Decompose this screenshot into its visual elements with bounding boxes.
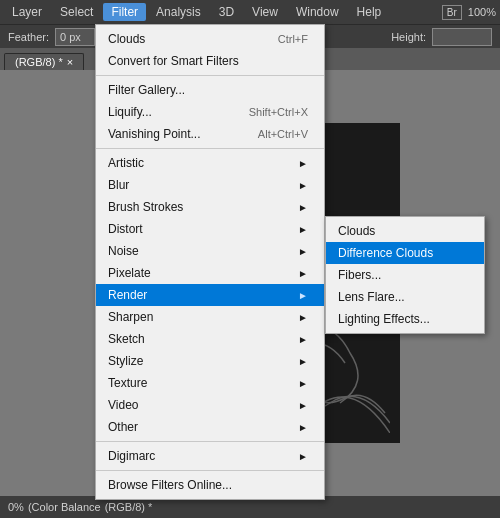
sharpen-arrow-icon: ► bbox=[298, 312, 308, 323]
tab-label: (RGB/8) * bbox=[15, 56, 63, 68]
filter-clouds-top-shortcut: Ctrl+F bbox=[278, 33, 308, 45]
filter-blur-label: Blur bbox=[108, 178, 129, 192]
blur-arrow-icon: ► bbox=[298, 180, 308, 191]
filter-brush-strokes[interactable]: Brush Strokes ► bbox=[96, 196, 324, 218]
convert-smart-filters-label: Convert for Smart Filters bbox=[108, 54, 239, 68]
render-fibers-label: Fibers... bbox=[338, 268, 381, 282]
file-info: (RGB/8) * bbox=[105, 501, 153, 513]
filter-sketch[interactable]: Sketch ► bbox=[96, 328, 324, 350]
filter-stylize[interactable]: Stylize ► bbox=[96, 350, 324, 372]
filter-clouds-top[interactable]: Clouds Ctrl+F bbox=[96, 28, 324, 50]
menu-filter[interactable]: Filter bbox=[103, 3, 146, 21]
filter-gallery[interactable]: Filter Gallery... bbox=[96, 79, 324, 101]
br-badge: Br bbox=[442, 5, 462, 20]
browse-filters-online[interactable]: Browse Filters Online... bbox=[96, 474, 324, 496]
filter-artistic[interactable]: Artistic ► bbox=[96, 152, 324, 174]
zoom-percent: 0% bbox=[8, 501, 24, 513]
browse-filters-online-label: Browse Filters Online... bbox=[108, 478, 232, 492]
sketch-arrow-icon: ► bbox=[298, 334, 308, 345]
height-input[interactable] bbox=[432, 28, 492, 46]
menu-window[interactable]: Window bbox=[288, 3, 347, 21]
render-difference-clouds-label: Difference Clouds bbox=[338, 246, 433, 260]
filter-texture[interactable]: Texture ► bbox=[96, 372, 324, 394]
filter-texture-label: Texture bbox=[108, 376, 147, 390]
texture-arrow-icon: ► bbox=[298, 378, 308, 389]
filter-gallery-label: Filter Gallery... bbox=[108, 83, 185, 97]
separator-3 bbox=[96, 441, 324, 442]
render-lens-flare[interactable]: Lens Flare... bbox=[326, 286, 484, 308]
filter-distort-label: Distort bbox=[108, 222, 143, 236]
filter-digimarc-label: Digimarc bbox=[108, 449, 155, 463]
filter-stylize-label: Stylize bbox=[108, 354, 143, 368]
feather-label: Feather: bbox=[8, 31, 49, 43]
filter-other-label: Other bbox=[108, 420, 138, 434]
filter-render[interactable]: Render ► bbox=[96, 284, 324, 306]
menu-select[interactable]: Select bbox=[52, 3, 101, 21]
render-submenu: Clouds Difference Clouds Fibers... Lens … bbox=[325, 216, 485, 334]
filter-vanishing-point-label: Vanishing Point... bbox=[108, 127, 201, 141]
zoom-level: 100% bbox=[468, 6, 496, 18]
convert-smart-filters[interactable]: Convert for Smart Filters bbox=[96, 50, 324, 72]
filter-brush-strokes-label: Brush Strokes bbox=[108, 200, 183, 214]
filter-pixelate-label: Pixelate bbox=[108, 266, 151, 280]
filter-clouds-top-label: Clouds bbox=[108, 32, 145, 46]
render-clouds[interactable]: Clouds bbox=[326, 220, 484, 242]
noise-arrow-icon: ► bbox=[298, 246, 308, 257]
filter-digimarc[interactable]: Digimarc ► bbox=[96, 445, 324, 467]
filter-vanishing-point[interactable]: Vanishing Point... Alt+Ctrl+V bbox=[96, 123, 324, 145]
toolbar-right: Height: bbox=[391, 28, 492, 46]
filter-noise-label: Noise bbox=[108, 244, 139, 258]
filter-sharpen-label: Sharpen bbox=[108, 310, 153, 324]
render-lighting-effects-label: Lighting Effects... bbox=[338, 312, 430, 326]
pixelate-arrow-icon: ► bbox=[298, 268, 308, 279]
filter-distort[interactable]: Distort ► bbox=[96, 218, 324, 240]
render-arrow-icon: ► bbox=[298, 290, 308, 301]
filter-blur[interactable]: Blur ► bbox=[96, 174, 324, 196]
menu-help[interactable]: Help bbox=[349, 3, 390, 21]
filter-pixelate[interactable]: Pixelate ► bbox=[96, 262, 324, 284]
filter-video-label: Video bbox=[108, 398, 138, 412]
filter-sharpen[interactable]: Sharpen ► bbox=[96, 306, 324, 328]
filter-render-label: Render bbox=[108, 288, 147, 302]
filter-video[interactable]: Video ► bbox=[96, 394, 324, 416]
render-clouds-label: Clouds bbox=[338, 224, 375, 238]
stylize-arrow-icon: ► bbox=[298, 356, 308, 367]
filter-noise[interactable]: Noise ► bbox=[96, 240, 324, 262]
distort-arrow-icon: ► bbox=[298, 224, 308, 235]
artistic-arrow-icon: ► bbox=[298, 158, 308, 169]
separator-2 bbox=[96, 148, 324, 149]
other-arrow-icon: ► bbox=[298, 422, 308, 433]
tab-close-button[interactable]: × bbox=[67, 56, 73, 68]
filter-dropdown: Clouds Ctrl+F Convert for Smart Filters … bbox=[95, 24, 325, 500]
dropdown-container: Clouds Ctrl+F Convert for Smart Filters … bbox=[95, 24, 325, 500]
filter-liquify-shortcut: Shift+Ctrl+X bbox=[249, 106, 308, 118]
render-lighting-effects[interactable]: Lighting Effects... bbox=[326, 308, 484, 330]
filter-liquify[interactable]: Liquify... Shift+Ctrl+X bbox=[96, 101, 324, 123]
render-fibers[interactable]: Fibers... bbox=[326, 264, 484, 286]
separator-4 bbox=[96, 470, 324, 471]
filter-vanishing-point-shortcut: Alt+Ctrl+V bbox=[258, 128, 308, 140]
height-label: Height: bbox=[391, 31, 426, 43]
filter-sketch-label: Sketch bbox=[108, 332, 145, 346]
brush-strokes-arrow-icon: ► bbox=[298, 202, 308, 213]
render-lens-flare-label: Lens Flare... bbox=[338, 290, 405, 304]
menu-bar: Layer Select Filter Analysis 3D View Win… bbox=[0, 0, 500, 24]
document-tab[interactable]: (RGB/8) * × bbox=[4, 53, 84, 70]
render-difference-clouds[interactable]: Difference Clouds bbox=[326, 242, 484, 264]
menu-view[interactable]: View bbox=[244, 3, 286, 21]
filter-other[interactable]: Other ► bbox=[96, 416, 324, 438]
digimarc-arrow-icon: ► bbox=[298, 451, 308, 462]
video-arrow-icon: ► bbox=[298, 400, 308, 411]
menu-3d[interactable]: 3D bbox=[211, 3, 242, 21]
separator-1 bbox=[96, 75, 324, 76]
menu-analysis[interactable]: Analysis bbox=[148, 3, 209, 21]
color-mode: (Color Balance bbox=[28, 501, 101, 513]
filter-artistic-label: Artistic bbox=[108, 156, 144, 170]
menu-bar-right: Br 100% bbox=[442, 5, 496, 20]
filter-liquify-label: Liquify... bbox=[108, 105, 152, 119]
menu-layer[interactable]: Layer bbox=[4, 3, 50, 21]
feather-input[interactable] bbox=[55, 28, 95, 46]
